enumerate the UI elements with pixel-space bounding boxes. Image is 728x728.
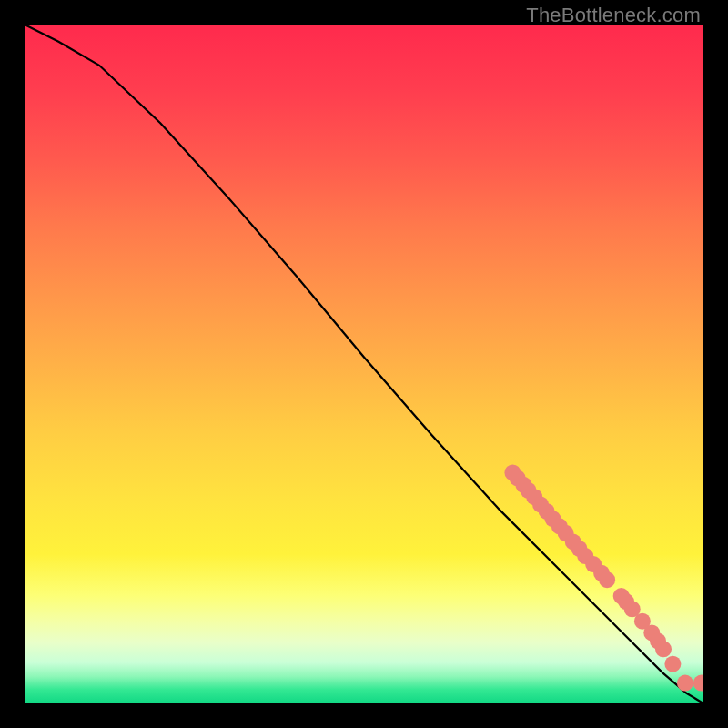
chart-marker: [664, 656, 681, 672]
chart-markers: [504, 464, 703, 691]
chart-marker: [655, 641, 672, 657]
chart-marker: [599, 571, 615, 588]
chart-marker: [677, 675, 693, 692]
chart-marker: [693, 675, 703, 692]
chart-curve: [25, 25, 703, 703]
chart-overlay: [25, 25, 703, 703]
chart-plot-area: [25, 25, 703, 703]
chart-frame: TheBottleneck.com: [0, 0, 728, 728]
